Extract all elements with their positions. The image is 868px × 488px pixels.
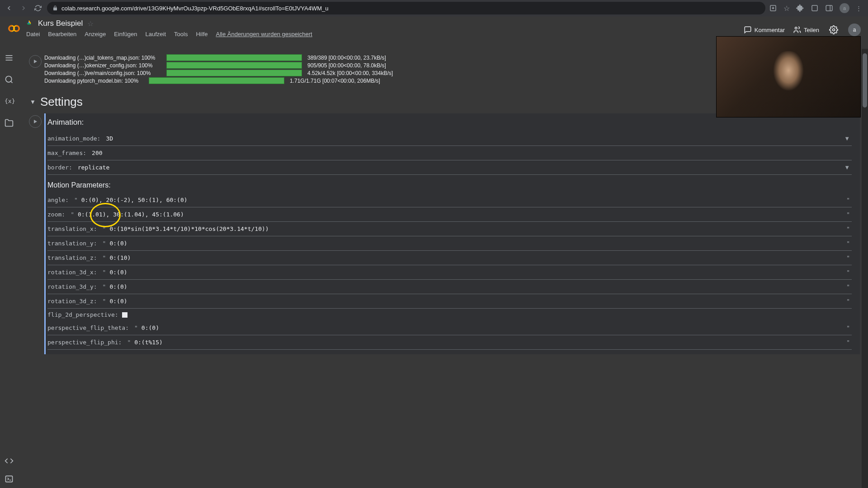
download-label: Downloading (…)cial_tokens_map.json: 100… [44,55,164,61]
quote-icon: " [844,225,852,232]
variables-icon[interactable]: {x} [5,97,14,106]
menu-hilfe[interactable]: Hilfe [196,31,208,38]
teilen-button[interactable]: Teilen [793,26,819,34]
settings-gear-button[interactable] [827,23,840,36]
field-input[interactable] [108,253,844,262]
field-input[interactable] [108,239,844,248]
panel-icon[interactable] [825,4,833,12]
menu-einfuegen[interactable]: Einfügen [114,31,137,38]
field-label: zoom: [47,211,69,218]
quote-icon: " [844,324,852,331]
scrollbar-thumb[interactable] [863,53,867,108]
progress-bar [149,77,284,84]
field-flip-2d-perspective: flip_2d_perspective: [47,309,852,321]
quote-icon: " [101,269,108,276]
run-button-prev[interactable] [29,55,42,68]
field-label: rotation_3d_z: [47,298,101,305]
field-label: flip_2d_perspective: [47,311,122,318]
field-input[interactable] [108,268,844,277]
field-label: perspective_flip_phi: [47,339,125,346]
url-bar[interactable]: colab.research.google.com/drive/13G9KHyM… [47,2,765,14]
download-meta: 905/905 [00:00<00:00, 78.0kB/s] [307,62,386,69]
collapse-caret-icon[interactable]: ▼ [30,99,36,105]
field-input[interactable] [80,196,844,204]
install-icon[interactable] [769,4,777,12]
field-label: translation_z: [47,254,101,261]
quote-icon: " [132,324,140,331]
field-label: animation_mode: [47,135,104,142]
star-icon[interactable]: ☆ [783,4,790,13]
quote-icon: " [844,269,852,276]
field-label: translation_y: [47,240,101,247]
save-status[interactable]: Alle Änderungen wurden gespeichert [216,31,312,38]
menu-laufzeit[interactable]: Laufzeit [146,31,166,38]
field-input[interactable] [76,210,844,219]
quote-icon: " [101,298,108,305]
kommentar-button[interactable]: Kommentar [744,26,785,34]
chevron-down-icon[interactable]: ▼ [844,164,852,171]
terminal-icon[interactable] [5,474,14,483]
field-label: border: [47,164,76,171]
lock-icon [52,5,58,11]
field-animation-mode: animation_mode: 3D ▼ [47,131,852,146]
menu-tools[interactable]: Tools [174,31,188,38]
folder-icon[interactable] [5,118,14,127]
download-label: Downloading pytorch_model.bin: 100% [44,78,146,84]
field-input[interactable] [108,225,844,233]
left-sidebar: {x} [0,49,18,488]
field-translation-z: translation_z: " " [47,251,852,265]
animation-heading: Animation: [46,118,852,127]
svg-point-9 [833,29,835,31]
quote-icon: " [125,339,132,346]
field-perspective-flip-theta: perspective_flip_theta: " " [47,321,852,335]
profile-icon[interactable] [811,4,819,12]
field-label: angle: [47,197,72,203]
menu-datei[interactable]: Datei [26,31,40,38]
field-rotation-3d-z: rotation_3d_z: " " [47,294,852,309]
code-snippets-icon[interactable] [5,456,14,465]
browser-bar: colab.research.google.com/drive/13G9KHyM… [0,0,868,16]
download-meta: 4.52k/4.52k [00:00<00:00, 334kB/s] [307,70,393,76]
menu-bearbeiten[interactable]: Bearbeiten [48,31,76,38]
download-label: Downloading (…)okenizer_config.json: 100… [44,62,164,69]
field-input[interactable] [108,297,844,305]
reload-button[interactable] [33,3,43,14]
chrome-extensions-area: ☆ a ⋮ [769,3,864,13]
field-label: max_frames: [47,150,90,156]
quote-icon: " [844,197,852,203]
field-label: rotation_3d_x: [47,269,101,276]
search-icon[interactable] [5,75,14,84]
user-avatar[interactable]: a [848,23,861,36]
progress-bar [166,54,302,61]
field-input[interactable] [140,324,844,332]
scrollbar[interactable] [862,49,868,488]
svg-line-14 [11,81,13,83]
back-button[interactable] [4,3,14,14]
quote-icon: " [844,240,852,247]
extensions-icon[interactable] [796,4,804,12]
forward-button[interactable] [18,3,29,14]
download-meta: 389/389 [00:00<00:00, 23.7kB/s] [307,55,386,61]
field-input[interactable] [108,282,844,291]
document-title[interactable]: Kurs Beispiel [38,19,83,28]
field-max-frames: max_frames: [47,146,852,160]
motion-parameters-heading: Motion Parameters: [47,181,852,189]
menu-anzeige[interactable]: Anzeige [85,31,106,38]
drive-icon [26,20,33,27]
svg-point-13 [6,76,12,82]
toc-icon[interactable] [5,53,14,62]
chrome-menu-icon[interactable]: ⋮ [856,5,862,12]
field-input[interactable] [132,338,844,347]
section-title: Settings [40,95,83,109]
chevron-down-icon[interactable]: ▼ [844,135,852,142]
field-input[interactable] [90,149,852,157]
browser-avatar[interactable]: a [840,3,849,13]
menu-bar: Datei Bearbeiten Anzeige Einfügen Laufze… [26,31,312,38]
field-value[interactable]: 3D [104,134,844,143]
download-label: Downloading (…)lve/main/config.json: 100… [44,70,164,76]
star-icon[interactable]: ☆ [87,19,94,28]
colab-logo-icon[interactable] [7,22,21,35]
field-value[interactable]: replicate [76,163,844,172]
checkbox[interactable] [122,312,127,318]
run-button-settings[interactable] [29,115,42,128]
